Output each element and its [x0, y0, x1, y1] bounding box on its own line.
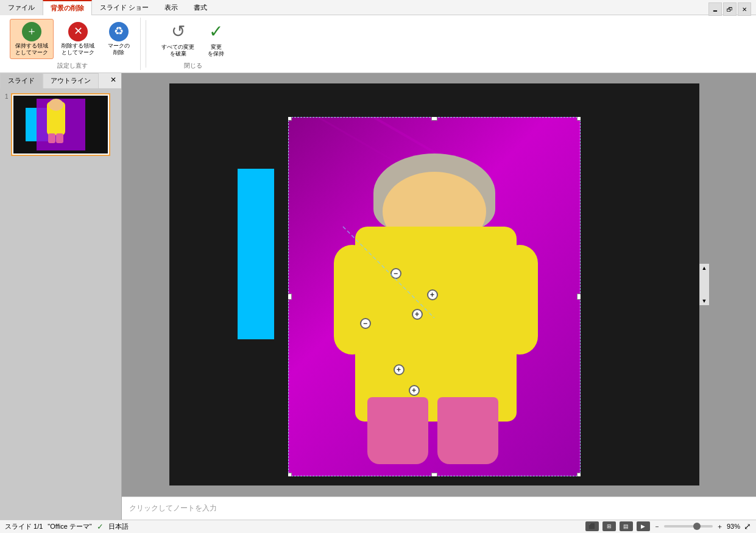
slide-item-1[interactable]: 1	[5, 93, 116, 158]
statusbar: スライド 1/1 "Office テーマ" ✓ 日本語 ⬛ ⊞ ▤ ▶ － ＋ …	[0, 520, 756, 533]
slide-thumb-preview	[13, 96, 108, 154]
close-buttons: ↺ すべての変更を破棄 ✓ 変更を保持	[156, 18, 230, 60]
discard-all-label: すべての変更を破棄	[161, 44, 194, 57]
ribbon-content: ＋ 保持する領域としてマーク ✕ 削除する領域としてマーク ♻ マークの削除 設…	[0, 15, 756, 72]
slide-thumbnail[interactable]	[11, 93, 110, 156]
statusbar-right: ⬛ ⊞ ▤ ▶ － ＋ 93% ⤢	[585, 521, 751, 531]
remove-areas-button[interactable]: ✕ 削除する領域としてマーク	[56, 19, 100, 59]
tab-slides[interactable]: スライド	[0, 73, 43, 88]
tab-outline[interactable]: アウトライン	[43, 73, 99, 88]
handle-ml[interactable]	[288, 294, 292, 300]
keep-icon: ＋	[22, 22, 41, 41]
ribbon-divider	[146, 20, 146, 68]
vertical-scrollbar[interactable]: ▲ ▼	[699, 264, 709, 305]
remove-areas-label: 削除する領域としてマーク	[62, 43, 94, 56]
ribbon-group-mark: ＋ 保持する領域としてマーク ✕ 削除する領域としてマーク ♻ マークの削除 設…	[5, 18, 141, 70]
scroll-up-button[interactable]: ▲	[700, 264, 709, 272]
tab-slideshow[interactable]: スライド ショー	[92, 0, 157, 15]
marker-minus-1[interactable]	[390, 268, 401, 279]
ribbon-tabs: ファイル 背景の削除 スライド ショー 表示 書式 🗕 🗗 ✕	[0, 0, 756, 15]
handle-br[interactable]	[577, 473, 581, 476]
marker-plus-2[interactable]	[412, 309, 423, 320]
handle-bl[interactable]	[288, 473, 292, 476]
handle-tr[interactable]	[577, 117, 581, 121]
canvas-area: ▲ ▼ クリックしてノートを入力	[122, 73, 756, 520]
zoom-slider[interactable]	[664, 525, 713, 528]
tab-background-removal[interactable]: 背景の削除	[43, 0, 92, 15]
theme-info: "Office テーマ"	[48, 522, 91, 531]
tab-format[interactable]: 書式	[186, 0, 215, 15]
keep-areas-label: 保持する領域としてマーク	[15, 43, 48, 56]
slide-canvas[interactable]	[169, 83, 699, 485]
keep-changes-icon: ✓	[209, 21, 223, 43]
scroll-down-button[interactable]: ▼	[700, 297, 709, 305]
notes-area[interactable]: クリックしてノートを入力	[122, 496, 756, 520]
cyan-rectangle	[238, 169, 274, 339]
handle-mb[interactable]	[431, 473, 437, 476]
keep-areas-button[interactable]: ＋ 保持する領域としてマーク	[10, 19, 54, 59]
slideshow-button[interactable]: ▶	[637, 521, 650, 531]
thumb-boot-left	[48, 133, 55, 143]
close-button[interactable]: ✕	[738, 2, 751, 16]
maximize-button[interactable]: 🗗	[723, 2, 737, 16]
window-controls: 🗕 🗗 ✕	[708, 2, 751, 17]
marker-minus-2[interactable]	[360, 318, 371, 329]
slide-list: 1	[0, 88, 121, 520]
delete-marks-icon: ♻	[109, 22, 129, 41]
marker-plus-3[interactable]	[394, 364, 404, 375]
zoom-percent: 93%	[727, 523, 740, 530]
notes-placeholder: クリックしてノートを入力	[129, 503, 217, 514]
image-container[interactable]	[288, 117, 581, 476]
handle-tl[interactable]	[288, 117, 292, 121]
thumb-child-head	[49, 99, 63, 111]
panel-close-button[interactable]: ✕	[105, 73, 121, 88]
ribbon: ファイル 背景の削除 スライド ショー 表示 書式 🗕 🗗 ✕ ＋ 保持する領域…	[0, 0, 756, 73]
slide-sorter-button[interactable]: ⊞	[602, 521, 616, 531]
mark-group-label: 設定し直す	[57, 60, 88, 70]
tab-view[interactable]: 表示	[157, 0, 186, 15]
slide-panel-tabs: スライド アウトライン ✕	[0, 73, 121, 88]
slide-panel: スライド アウトライン ✕ 1	[0, 73, 122, 520]
mark-buttons: ＋ 保持する領域としてマーク ✕ 削除する領域としてマーク ♻ マークの削除	[10, 18, 135, 60]
handle-mr[interactable]	[577, 294, 581, 300]
zoom-plus[interactable]: ＋	[716, 522, 723, 531]
main-area: スライド アウトライン ✕ 1	[0, 73, 756, 520]
slide-number: 1	[5, 93, 9, 100]
image-background	[288, 117, 581, 476]
handle-mt[interactable]	[431, 117, 437, 121]
slide-info: スライド 1/1	[5, 522, 43, 531]
keep-changes-label: 変更を保持	[208, 44, 224, 57]
thumb-boot-right	[56, 133, 63, 143]
zoom-thumb[interactable]	[693, 523, 701, 530]
reading-view-button[interactable]: ▤	[620, 521, 633, 531]
canvas-main: ▲ ▼	[122, 73, 756, 496]
marker-plus-1[interactable]	[427, 289, 438, 300]
delete-marks-button[interactable]: ♻ マークの削除	[102, 19, 135, 59]
normal-view-button[interactable]: ⬛	[585, 521, 599, 531]
keep-changes-button[interactable]: ✓ 変更を保持	[202, 18, 230, 60]
language-info: 日本語	[108, 522, 129, 531]
tab-file[interactable]: ファイル	[0, 0, 43, 15]
zoom-minus[interactable]: －	[654, 522, 660, 531]
close-group-label: 閉じる	[184, 60, 202, 70]
fullscreen-button[interactable]: ⤢	[744, 521, 751, 531]
discard-icon: ↺	[171, 21, 185, 43]
marker-plus-4[interactable]	[409, 385, 420, 396]
delete-marks-label: マークの削除	[108, 43, 130, 56]
discard-all-button[interactable]: ↺ すべての変更を破棄	[156, 18, 200, 60]
remove-icon: ✕	[68, 22, 88, 41]
check-mark: ✓	[97, 522, 104, 531]
minimize-button[interactable]: 🗕	[708, 2, 722, 16]
ribbon-group-close: ↺ すべての変更を破棄 ✓ 変更を保持 閉じる	[151, 18, 235, 70]
